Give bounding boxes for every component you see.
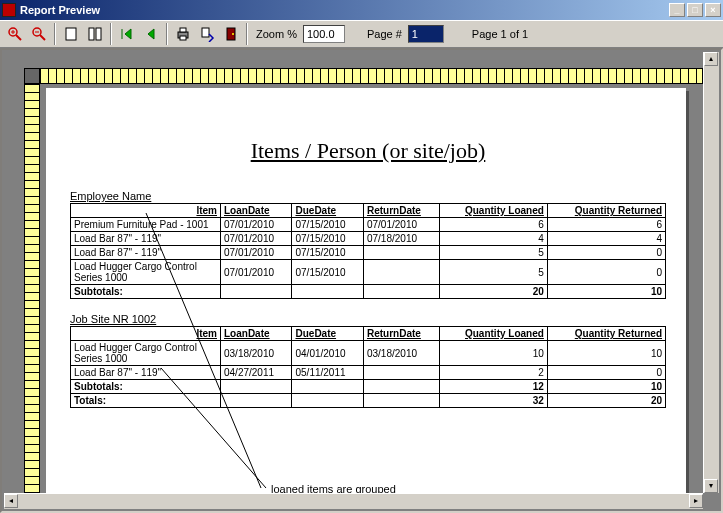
- scroll-up-button[interactable]: ▴: [704, 52, 718, 66]
- table-row: Load Hugger Cargo Control Series 100007/…: [71, 260, 666, 285]
- column-header: DueDate: [292, 204, 363, 218]
- door-icon: [223, 26, 239, 42]
- table-cell: 07/01/2010: [221, 218, 292, 232]
- table-cell: [292, 394, 363, 408]
- svg-rect-7: [66, 28, 76, 40]
- column-header: Item: [71, 204, 221, 218]
- table-cell: [363, 380, 439, 394]
- pages-icon: [87, 26, 103, 42]
- export-icon: [199, 26, 215, 42]
- table-cell: 07/01/2010: [221, 246, 292, 260]
- table-cell: 20: [547, 394, 665, 408]
- toolbar: Zoom % Page # Page 1 of 1: [0, 20, 723, 48]
- table-cell: 32: [440, 394, 548, 408]
- separator: [54, 23, 56, 45]
- table-cell: Load Hugger Cargo Control Series 1000: [71, 260, 221, 285]
- table-row: Load Bar 87" - 119"07/01/201007/15/20105…: [71, 246, 666, 260]
- zoom-out-icon: [31, 26, 47, 42]
- prev-page-button[interactable]: [140, 23, 162, 45]
- page-count-label: Page 1 of 1: [472, 28, 528, 40]
- zoom-in-button[interactable]: [4, 23, 26, 45]
- table-row: Load Hugger Cargo Control Series 100003/…: [71, 341, 666, 366]
- table-cell: 10: [547, 285, 665, 299]
- separator: [246, 23, 248, 45]
- page-input[interactable]: [408, 25, 444, 43]
- zoom-input[interactable]: [303, 25, 345, 43]
- table-cell: 04/27/2011: [221, 366, 292, 380]
- scrollbar-vertical[interactable]: ▴ ▾: [703, 52, 719, 493]
- table-cell: Load Bar 87" - 119": [71, 232, 221, 246]
- column-header: LoanDate: [221, 204, 292, 218]
- table-cell: 6: [547, 218, 665, 232]
- table-cell: [363, 246, 439, 260]
- table-cell: 07/01/2010: [221, 232, 292, 246]
- ruler-corner: [24, 68, 40, 84]
- svg-line-1: [16, 35, 21, 40]
- table-cell: Load Bar 87" - 119": [71, 366, 221, 380]
- table-cell: [221, 285, 292, 299]
- subtotal-row: Subtotals:1210: [71, 380, 666, 394]
- ruler-horizontal: [24, 68, 703, 84]
- table-cell: 0: [547, 246, 665, 260]
- table-cell: [363, 366, 439, 380]
- separator: [110, 23, 112, 45]
- svg-rect-12: [180, 36, 186, 40]
- table-cell: 07/01/2010: [363, 218, 439, 232]
- svg-rect-13: [202, 28, 209, 37]
- maximize-button[interactable]: □: [687, 3, 703, 17]
- page-num-label: Page #: [367, 28, 402, 40]
- close-preview-button[interactable]: [220, 23, 242, 45]
- zoom-out-button[interactable]: [28, 23, 50, 45]
- table-cell: 4: [440, 232, 548, 246]
- window-title: Report Preview: [20, 4, 669, 16]
- table-cell: 07/15/2010: [292, 246, 363, 260]
- table-cell: Subtotals:: [71, 285, 221, 299]
- zoom-label: Zoom %: [256, 28, 297, 40]
- table-cell: 0: [547, 260, 665, 285]
- table-cell: [292, 285, 363, 299]
- section-label: Job Site NR 1002: [70, 313, 666, 325]
- minimize-button[interactable]: _: [669, 3, 685, 17]
- table-cell: 5: [440, 260, 548, 285]
- svg-rect-8: [89, 28, 94, 40]
- table-row: Load Bar 87" - 119"07/01/201007/15/20100…: [71, 232, 666, 246]
- table-cell: 4: [547, 232, 665, 246]
- close-button[interactable]: ×: [705, 3, 721, 17]
- table-cell: 10: [440, 341, 548, 366]
- table-cell: [363, 260, 439, 285]
- column-header: DueDate: [292, 327, 363, 341]
- first-page-button[interactable]: [116, 23, 138, 45]
- print-button[interactable]: [172, 23, 194, 45]
- export-button[interactable]: [196, 23, 218, 45]
- ruler-vertical: [24, 84, 40, 493]
- table-cell: 5: [440, 246, 548, 260]
- title-bar: Report Preview _ □ ×: [0, 0, 723, 20]
- prev-icon: [143, 26, 159, 42]
- scroll-left-button[interactable]: ◂: [4, 494, 18, 508]
- column-header: Quantity Loaned: [440, 327, 548, 341]
- table-cell: 07/15/2010: [292, 260, 363, 285]
- table-cell: 03/18/2010: [363, 341, 439, 366]
- report-page: Items / Person (or site/job) Employee Na…: [46, 88, 686, 493]
- scroll-right-button[interactable]: ▸: [689, 494, 703, 508]
- scrollbar-horizontal[interactable]: ◂ ▸: [4, 493, 703, 509]
- table-cell: [292, 380, 363, 394]
- table-cell: [363, 394, 439, 408]
- table-cell: Premium Furniture Pad - 1001: [71, 218, 221, 232]
- table-cell: 20: [440, 285, 548, 299]
- page-width-button[interactable]: [60, 23, 82, 45]
- table-cell: 05/11/2011: [292, 366, 363, 380]
- table-cell: 07/01/2010: [221, 260, 292, 285]
- table-cell: 12: [440, 380, 548, 394]
- annotation-line-1: loaned items are grouped: [271, 483, 420, 493]
- first-icon: [119, 26, 135, 42]
- svg-rect-11: [180, 28, 186, 32]
- table-row: Premium Furniture Pad - 100107/01/201007…: [71, 218, 666, 232]
- svg-rect-9: [96, 28, 101, 40]
- table-cell: 03/18/2010: [221, 341, 292, 366]
- column-header: Quantity Returned: [547, 204, 665, 218]
- scroll-down-button[interactable]: ▾: [704, 479, 718, 493]
- whole-page-button[interactable]: [84, 23, 106, 45]
- table-cell: 07/15/2010: [292, 218, 363, 232]
- zoom-in-icon: [7, 26, 23, 42]
